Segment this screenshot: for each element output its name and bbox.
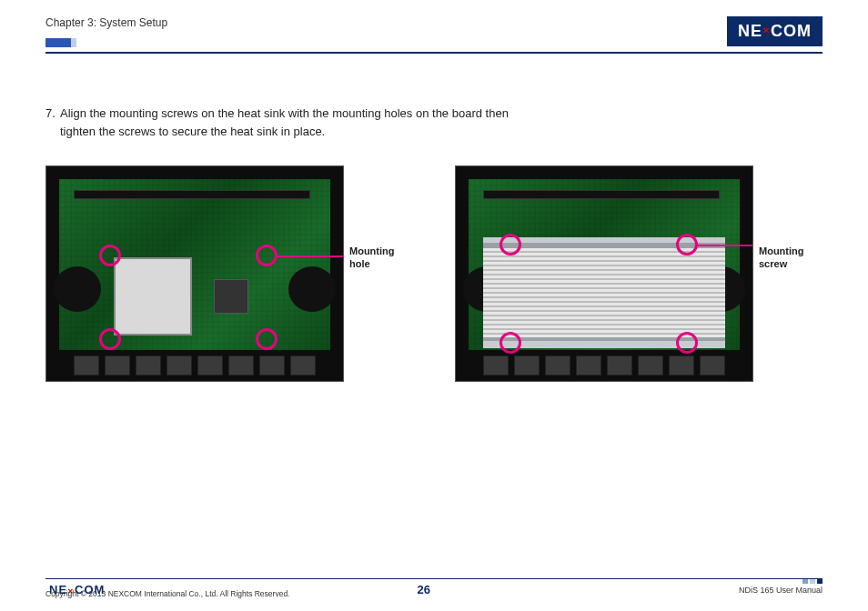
mounting-hole-marker (256, 245, 278, 266)
callout-text: screw (759, 258, 787, 269)
chapter-title: Chapter 3: System Setup (45, 16, 167, 29)
callout-mounting-screw: Mounting screw (753, 165, 812, 271)
figure-before: Mounting hole (45, 165, 402, 382)
board-image-after (455, 165, 753, 382)
mounting-hole-marker (99, 245, 121, 266)
doc-title: NDiS 165 User Manual (739, 586, 823, 595)
brand-logo: NE✕COM (727, 16, 823, 46)
mounting-screw-marker (676, 332, 698, 354)
brand-x-icon: ✕ (762, 25, 771, 35)
brand-text-right: COM (771, 22, 812, 41)
callout-mounting-hole: Mounting hole (344, 165, 402, 271)
board-image-before (45, 165, 344, 382)
brand-text-left: NE (738, 22, 762, 41)
page-number: 26 (417, 583, 429, 596)
figure-after: Mounting screw (455, 165, 812, 382)
mounting-hole-marker (256, 328, 278, 350)
mounting-screw-marker (676, 234, 698, 255)
instruction-step: 7. Align the mounting screws on the heat… (45, 105, 519, 140)
copyright: Copyright © 2013 NEXCOM International Co… (45, 589, 823, 598)
callout-text: Mounting (349, 245, 394, 256)
mounting-screw-marker (500, 234, 521, 255)
step-number: 7. (45, 105, 60, 140)
header-accent-light (71, 38, 76, 47)
heatsink (483, 243, 725, 343)
page-footer: NE✕COM 26 NDiS 165 User Manual Copyright… (45, 578, 823, 598)
header-rule (45, 52, 823, 54)
callout-text: Mounting (759, 245, 803, 256)
callout-text: hole (349, 258, 370, 269)
mounting-hole-marker (99, 328, 121, 350)
callout-line (278, 255, 344, 257)
mounting-screw-marker (500, 332, 521, 354)
callout-line (698, 245, 753, 246)
header-accent (45, 38, 71, 47)
step-text: Align the mounting screws on the heat si… (60, 105, 519, 140)
